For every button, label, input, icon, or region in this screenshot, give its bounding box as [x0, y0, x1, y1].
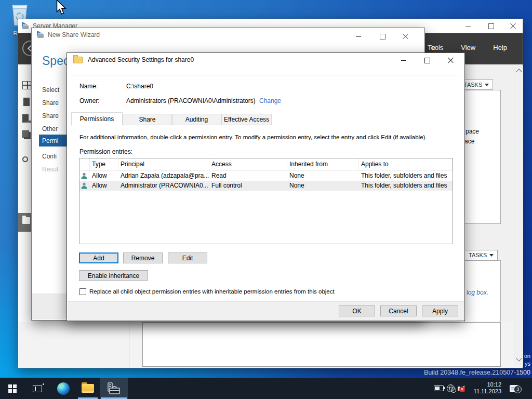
- tasks-dropdown-bottom[interactable]: TASKS: [464, 250, 498, 260]
- tasks-label: TASKS: [464, 82, 482, 88]
- wizard-maximize-button[interactable]: [374, 31, 391, 42]
- tab-share[interactable]: Share: [123, 114, 172, 125]
- sm-maximize-button[interactable]: [482, 21, 500, 31]
- wizard-step-share-name[interactable]: Share: [42, 112, 59, 120]
- mouse-cursor: [56, 0, 67, 16]
- cell-access: Read: [209, 171, 287, 181]
- vertical-scrollbar[interactable]: [514, 66, 523, 366]
- column-header-inherited[interactable]: Inherited from: [287, 158, 359, 170]
- tab-effective-access[interactable]: Effective Access: [221, 114, 272, 125]
- clipped-text-line1: pace: [466, 128, 479, 135]
- wizard-step-confirmation[interactable]: Confi: [42, 153, 57, 161]
- notification-center-button[interactable]: 3: [510, 378, 518, 399]
- dialog-footer: OK Cancel Apply: [68, 301, 464, 320]
- add-button[interactable]: Add: [79, 252, 118, 263]
- cell-type: Allow: [90, 181, 118, 191]
- shares-icon: [22, 217, 30, 224]
- dialog-minimize-button[interactable]: [395, 55, 413, 65]
- watermark-fragment-1: on: [524, 353, 530, 359]
- sm-bottom-panel: [142, 322, 501, 367]
- chevron-down-icon: [489, 254, 494, 259]
- desktop: Recy on ys Build 20348.fe_release.210507…: [0, 0, 532, 399]
- iis-globe-icon[interactable]: [22, 156, 28, 162]
- name-label: Name:: [79, 83, 98, 90]
- scroll-down-icon[interactable]: [516, 355, 522, 361]
- cancel-button[interactable]: Cancel: [380, 305, 417, 316]
- sm-selected-nav-item[interactable]: [18, 213, 33, 232]
- name-value: C:\share0: [126, 83, 153, 90]
- network-no-internet-icon[interactable]: [447, 378, 455, 399]
- menu-help[interactable]: Help: [493, 44, 507, 51]
- remove-button[interactable]: Remove: [123, 252, 163, 263]
- menu-view[interactable]: View: [461, 44, 475, 51]
- cell-applies: This folder, subfolders and files: [359, 181, 453, 191]
- permission-entries-table: Type Principal Access Inherited from App…: [79, 158, 453, 244]
- scroll-up-icon[interactable]: [516, 69, 522, 74]
- sm-close-button[interactable]: [504, 21, 522, 31]
- clipped-text-line2: ace: [464, 138, 474, 145]
- tab-auditing[interactable]: Auditing: [172, 114, 221, 125]
- wizard-close-button[interactable]: [396, 31, 414, 42]
- permission-entry-row[interactable]: Allow Adrian Zapała (adzapala@pra... Rea…: [79, 171, 453, 181]
- enable-inheritance-button[interactable]: Enable inheritance: [79, 270, 148, 281]
- edge-taskbar-button[interactable]: [52, 378, 75, 399]
- sm-minimize-button[interactable]: [459, 21, 477, 31]
- apply-button[interactable]: Apply: [422, 305, 458, 316]
- permission-entries-label: Permission entries:: [79, 148, 132, 155]
- clipped-link-fragment[interactable]: log box.: [467, 289, 488, 296]
- shares-panel-box: [464, 90, 501, 224]
- watermark-fragment-2: ys: [525, 361, 530, 367]
- wizard-step-share-location[interactable]: Share: [42, 99, 59, 107]
- column-header-access[interactable]: Access: [209, 158, 287, 170]
- edge-icon: [57, 382, 70, 395]
- file-storage-icon[interactable]: [22, 130, 29, 138]
- owner-value: Administrators (PRACOWNIA0\Administrator…: [126, 97, 256, 104]
- table-header-row: Type Principal Access Inherited from App…: [79, 158, 453, 171]
- advanced-security-settings-dialog: Advanced Security Settings for share0 Na…: [66, 52, 465, 321]
- clock-date: 11.11.2023: [474, 388, 501, 395]
- power-tray-icon[interactable]: [434, 378, 444, 399]
- wizard-title: New Share Wizard: [48, 31, 100, 38]
- cell-principal: Administrator (PRACOWNIA0...: [118, 181, 209, 191]
- dialog-maximize-button[interactable]: [418, 55, 436, 65]
- change-owner-link[interactable]: Change: [259, 97, 281, 104]
- dialog-close-button[interactable]: [442, 55, 459, 65]
- menu-tools[interactable]: Tools: [428, 44, 443, 51]
- windows-logo-icon: [8, 384, 17, 393]
- column-header-applies[interactable]: Applies to: [359, 158, 453, 170]
- tab-permissions[interactable]: Permissions: [71, 112, 123, 126]
- ok-button[interactable]: OK: [339, 305, 375, 316]
- watermark-build-text: Build 20348.fe_release.210507-1500: [424, 369, 530, 376]
- column-header-principal[interactable]: Principal: [118, 158, 209, 170]
- column-header-type[interactable]: Type: [90, 158, 118, 170]
- user-icon: [81, 172, 88, 180]
- panel-divider: [129, 322, 129, 367]
- cell-applies: This folder, subfolders and files: [359, 171, 453, 181]
- wizard-app-icon: [36, 31, 45, 38]
- replace-child-permissions-checkbox[interactable]: [79, 288, 86, 295]
- wizard-step-select[interactable]: Select: [42, 86, 59, 94]
- wizard-heading: Spec: [42, 54, 69, 68]
- local-server-icon[interactable]: [23, 98, 30, 106]
- file-explorer-icon: [82, 384, 94, 393]
- permission-entry-row-selected[interactable]: Allow Administrator (PRACOWNIA0... Full …: [79, 181, 453, 191]
- wizard-minimize-button[interactable]: [350, 31, 367, 42]
- cell-inherited: None: [287, 181, 359, 191]
- divider: [71, 75, 461, 75]
- server-manager-taskbar-button[interactable]: [100, 378, 128, 399]
- file-explorer-taskbar-button[interactable]: [76, 378, 100, 399]
- dashboard-icon[interactable]: [22, 81, 31, 89]
- cell-type: Allow: [90, 171, 118, 181]
- server-manager-taskbar-icon: [107, 382, 121, 395]
- edit-button[interactable]: Edit: [168, 252, 207, 263]
- start-button[interactable]: [0, 378, 25, 399]
- wizard-step-other[interactable]: Other: [42, 125, 58, 133]
- all-servers-icon[interactable]: [22, 114, 31, 123]
- owner-label: Owner:: [79, 97, 100, 104]
- task-view-button[interactable]: [26, 378, 49, 399]
- chevron-down-icon: [485, 84, 489, 88]
- volume-muted-icon[interactable]: ✕: [460, 378, 464, 399]
- taskbar-clock[interactable]: 10:12 11.11.2023: [474, 381, 501, 395]
- task-view-icon: [33, 385, 42, 392]
- taskbar: ✕ 10:12 11.11.2023 3: [0, 378, 532, 399]
